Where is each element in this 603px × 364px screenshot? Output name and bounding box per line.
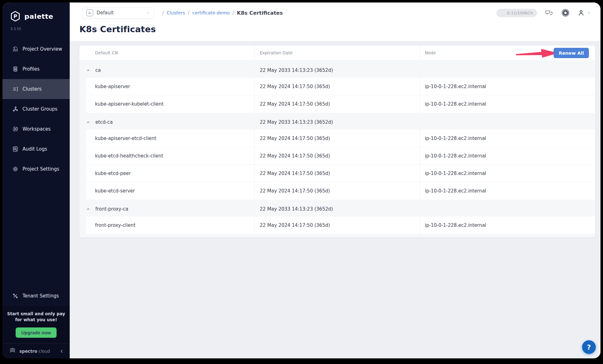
table-group-row[interactable]: front-proxy-ca22 May 2033 14:13:23 (3652… [79,202,595,216]
group-children: front-proxy-client22 May 2024 14:17:50 (… [86,217,595,234]
group-children: kube-apiserver-etcd-client22 May 2024 14… [86,130,595,200]
sidebar-item-cluster-groups[interactable]: Cluster Groups [3,99,70,119]
group-expiration: 22 May 2033 14:13:23 (3652d) [254,67,420,73]
breadcrumb-separator: / [233,10,234,16]
user-menu[interactable] [578,9,591,16]
cert-node: ip-10-0-1-228.ec2.internal [420,95,595,113]
certificates-table: Default CN Expiration Date Node Renew Al… [79,46,595,237]
upgrade-now-button[interactable]: Upgrade now [16,327,57,338]
sidebar-item-workspaces[interactable]: Workspaces [3,119,70,139]
app-window: P palette 3.3.55 Project OverviewProfile… [3,2,600,358]
table-row[interactable]: kube-apiserver22 May 2024 14:17:50 (365d… [86,78,595,95]
cert-node: ip-10-0-1-228.ec2.internal [420,165,595,182]
palette-hexagon-logo-icon: P [10,11,21,22]
bar-chart-icon [12,46,18,52]
cert-name: kube-apiserver-kubelet-client [86,95,254,113]
orbit-icon [12,126,18,132]
gear-icon [12,166,18,172]
sidebar-spacer [3,179,70,286]
title-row: K8s Certificates [70,20,600,41]
collapse-sidebar-chevron-left-icon[interactable] [60,349,64,353]
topbar: Default /Clusters/certificate-demo/K8s C… [70,2,600,20]
table-row[interactable]: kube-etcd-server22 May 2024 14:17:50 (36… [86,182,595,200]
group-name: etcd-ca [95,119,113,125]
project-selector-dropdown[interactable]: Default [82,7,154,19]
upgrade-promo: Start small and only pay for what you us… [3,306,70,343]
breadcrumb: /Clusters/certificate-demo/K8s Certifica… [162,10,283,16]
brand-name: palette [24,12,53,20]
list-icon [12,86,18,92]
promo-text-line1: Start small and only pay [6,311,67,317]
sidebar-item-label: Workspaces [23,126,51,132]
cert-expiration: 22 May 2024 14:17:50 (365d) [254,182,420,200]
project-selector-value: Default [97,10,114,16]
tenant-settings-slot: Tenant Settings [3,286,70,306]
chevron-up-icon[interactable] [86,120,90,124]
spectro-cloud-wordmark: spectro cloud [19,349,50,354]
sidebar-item-tenant-settings[interactable]: Tenant Settings [3,286,70,306]
main-content: Default /Clusters/certificate-demo/K8s C… [70,2,600,358]
sidebar-item-project-overview[interactable]: Project Overview [3,39,70,59]
breadcrumb-item[interactable]: certificate-demo [192,10,230,15]
sidebar-item-label: Profiles [23,66,39,72]
user-icon [578,9,585,16]
sidebar-item-project-settings[interactable]: Project Settings [3,159,70,179]
cert-name: kube-etcd-server [86,182,254,200]
table-header-row: Default CN Expiration Date Node Renew Al… [79,46,595,60]
sidebar: P palette 3.3.55 Project OverviewProfile… [3,2,70,358]
group-name: front-proxy-ca [95,206,128,212]
doc-search-icon [12,146,18,152]
help-button[interactable]: ? [582,340,596,354]
chat-feedback-icon[interactable] [545,9,553,17]
renew-all-button[interactable]: Renew All [554,48,589,58]
sidebar-item-label: Project Overview [23,46,62,52]
cert-expiration: 22 May 2024 14:17:50 (365d) [254,165,420,182]
cert-node: ip-10-0-1-228.ec2.internal [420,182,595,200]
table-row[interactable]: kube-apiserver-kubelet-client22 May 2024… [86,95,595,113]
table-row[interactable]: kube-etcd-peer22 May 2024 14:17:50 (365d… [86,165,595,182]
cert-expiration: 22 May 2024 14:17:50 (365d) [254,78,420,95]
breadcrumb-separator: / [162,10,164,16]
database-icon [12,66,18,72]
cert-node: ip-10-0-1-228.ec2.internal [420,78,595,95]
cert-name: front-proxy-client [86,217,254,234]
app-version: 3.3.55 [3,22,70,31]
table-row[interactable]: kube-apiserver-etcd-client22 May 2024 14… [86,130,595,147]
breadcrumb-separator: / [188,10,189,16]
chevron-down-icon [587,11,591,15]
group-children: kube-apiserver22 May 2024 14:17:50 (365d… [86,78,595,113]
tools-icon [12,293,18,299]
breadcrumb-item[interactable]: Clusters [167,10,185,15]
table-row[interactable]: front-proxy-client22 May 2024 14:17:50 (… [86,217,595,234]
cert-expiration: 22 May 2024 14:17:50 (365d) [254,147,420,164]
network-icon [12,106,18,112]
sidebar-nav: Project OverviewProfilesClustersCluster … [3,39,70,179]
brand-logo[interactable]: P palette [3,2,70,22]
table-row[interactable]: kube-etcd-healthcheck-client22 May 2024 … [86,147,595,165]
sidebar-item-label: Clusters [23,86,42,92]
chevron-up-icon[interactable] [86,207,90,211]
chevron-up-icon[interactable] [86,68,90,72]
spectro-cloud-logo-icon [9,347,16,355]
column-header-expiration-date: Expiration Date [254,46,420,60]
sidebar-item-label: Audit Logs [23,146,47,152]
column-header-default-cn: Default CN [79,46,254,60]
table-group-row[interactable]: etcd-ca22 May 2033 14:13:23 (3652d) [79,115,595,129]
page-title: K8s Certificates [79,24,156,34]
sidebar-item-audit-logs[interactable]: Audit Logs [3,139,70,159]
cert-expiration: 22 May 2024 14:17:50 (365d) [254,217,420,234]
cert-expiration: 22 May 2024 14:17:50 (365d) [254,95,420,113]
page-header: Default /Clusters/certificate-demo/K8s C… [70,2,600,41]
sidebar-item-label: Tenant Settings [23,293,59,299]
group-name: ca [95,67,101,73]
cert-expiration: 22 May 2024 14:17:50 (365d) [254,130,420,147]
sidebar-item-clusters[interactable]: Clusters [3,79,70,99]
table-body: ca22 May 2033 14:13:23 (3652d)kube-apise… [79,60,595,237]
topbar-actions: 0.11/100kCh [496,9,591,17]
sidebar-item-profiles[interactable]: Profiles [3,59,70,79]
table-group-row[interactable]: ca22 May 2033 14:13:23 (3652d) [79,63,595,77]
sidebar-item-label: Project Settings [23,166,59,172]
cert-node: ip-10-0-1-228.ec2.internal [420,217,595,234]
chevron-down-icon [145,11,150,15]
star-badge-icon[interactable] [561,9,570,17]
